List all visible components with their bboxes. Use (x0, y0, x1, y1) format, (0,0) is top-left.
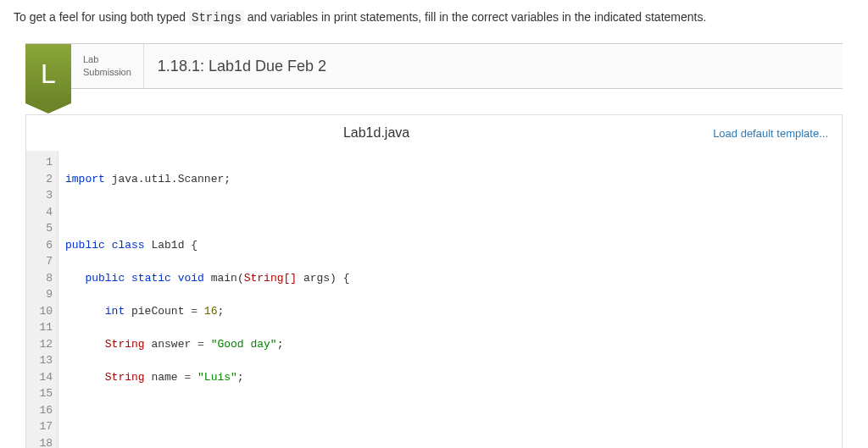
instructions-text: To get a feel for using both typed Strin… (0, 0, 868, 35)
line-number: 17 (26, 418, 53, 435)
lab-meta-line2: Submission (83, 66, 131, 79)
lab-meta: Lab Submission (71, 44, 144, 88)
code-token: = (198, 338, 204, 351)
code-token: String (105, 338, 145, 351)
code-token: int (105, 305, 125, 318)
code-token: static (131, 272, 171, 285)
code-token: public (85, 272, 125, 285)
code-token: String (105, 371, 145, 384)
code-token: name (145, 371, 185, 384)
code-token: = (191, 305, 198, 318)
code-token: java.util.Scanner; (105, 173, 231, 185)
line-number: 15 (26, 385, 53, 402)
code-content[interactable]: import java.util.Scanner; public class L… (58, 151, 842, 448)
load-template-link[interactable]: Load default template... (713, 127, 828, 140)
code-token: answer (145, 338, 198, 351)
lab-header: L Lab Submission 1.18.1: Lab1d Due Feb 2 (25, 43, 843, 89)
code-token: ; (277, 338, 284, 351)
line-number: 13 (26, 352, 53, 369)
code-token: ; (217, 305, 224, 318)
code-token: ; (237, 371, 244, 384)
line-number: 3 (26, 187, 53, 204)
line-number: 11 (26, 319, 53, 336)
line-number: 14 (26, 369, 53, 386)
instructions-suffix: and variables in print statements, fill … (244, 10, 707, 24)
line-number: 1 (26, 154, 53, 171)
line-number: 16 (26, 402, 53, 419)
line-number-gutter: 1 2 3 4 5 6 7 8 9 10 11 12 13 14 15 16 1… (26, 151, 58, 448)
line-number: 2 (26, 171, 53, 188)
line-number: 6 (26, 237, 53, 254)
editor-header: Lab1d.java Load default template... (26, 115, 842, 151)
code-editor: Lab1d.java Load default template... 1 2 … (25, 114, 843, 448)
code-token: "Good day" (204, 338, 277, 351)
lab-meta-line1: Lab (83, 53, 131, 66)
line-number: 12 (26, 336, 53, 353)
line-number: 4 (26, 204, 53, 221)
code-token: import (65, 173, 105, 185)
code-token: class (112, 239, 145, 252)
lab-badge-icon: L (25, 44, 71, 103)
line-number: 18 (26, 435, 53, 449)
code-token: public (65, 239, 105, 252)
filename-label: Lab1d.java (40, 125, 713, 141)
code-token: String[] (244, 272, 297, 285)
code-token: "Luis" (191, 371, 237, 384)
code-token: main( (204, 272, 244, 285)
lab-title: 1.18.1: Lab1d Due Feb 2 (144, 44, 340, 88)
code-token: Lab1d { (145, 239, 198, 252)
line-number: 5 (26, 220, 53, 237)
instructions-prefix: To get a feel for using both typed (14, 10, 189, 24)
code-area[interactable]: 1 2 3 4 5 6 7 8 9 10 11 12 13 14 15 16 1… (26, 151, 842, 448)
line-number: 7 (26, 253, 53, 270)
line-number: 9 (26, 286, 53, 303)
line-number: 10 (26, 303, 53, 320)
code-token: args) { (297, 272, 349, 285)
code-token: pieCount (125, 305, 191, 318)
code-token: 16 (198, 305, 217, 318)
code-token: void (178, 272, 204, 285)
line-number: 8 (26, 270, 53, 287)
instructions-code: Strings (189, 10, 244, 25)
